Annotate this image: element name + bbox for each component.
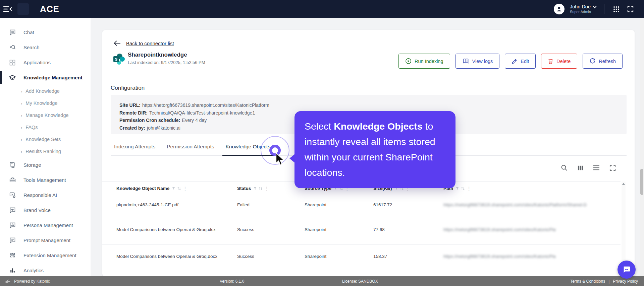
mouse-cursor xyxy=(275,152,286,166)
column-menu-icon[interactable]: ⋮ xyxy=(183,186,187,191)
app-title: ACE xyxy=(40,4,59,14)
filter-sort-icons[interactable]: ⋮ xyxy=(455,186,471,191)
table-search-icon[interactable] xyxy=(560,164,568,171)
refresh-label: Refresh xyxy=(599,59,616,64)
tour-tooltip: Select Knowledge Objects to instantly re… xyxy=(294,111,455,188)
grid-dots-icon xyxy=(613,6,620,12)
sidebar-item-chat[interactable]: Chat xyxy=(0,25,91,40)
config-value: Every 4 day xyxy=(182,118,207,123)
tab-indexing-attempts[interactable]: Indexing Attempts xyxy=(111,141,159,155)
chevron-right-icon: › xyxy=(21,137,22,142)
chat-bubble-icon xyxy=(622,265,631,274)
sidebar-item-label: Prompt Management xyxy=(23,237,70,243)
apps-grid-button[interactable] xyxy=(612,5,621,13)
sidebar-item-label: Tools Management xyxy=(23,177,66,183)
sidebar-item-label: Responsible AI xyxy=(23,192,57,198)
sidebar-subitem-add-knowledge[interactable]: › Add Knowledge xyxy=(0,85,91,97)
graduation-cap-icon xyxy=(9,74,16,81)
column-header-path[interactable]: Path ⋮ xyxy=(443,186,621,191)
license-text: License: SANDBOX xyxy=(342,279,378,284)
tooltip-arrow xyxy=(289,154,295,163)
sidebar-subitem-label: Manage Knowledge xyxy=(25,113,68,118)
table-fullscreen-icon[interactable] xyxy=(609,164,616,171)
cell-knowledge-object-name: Model Comparisons between Openai & Groq.… xyxy=(116,253,237,260)
topbar-divider xyxy=(35,4,35,14)
brand-logo xyxy=(17,3,29,15)
edit-button[interactable]: Edit xyxy=(505,54,536,69)
sidebar-item-storage[interactable]: Storage xyxy=(0,157,91,172)
filter-funnel-icon xyxy=(455,187,459,190)
cell-size-kb: 61617.72 xyxy=(373,202,443,207)
sidebar-item-persona-management[interactable]: Persona Management xyxy=(0,218,91,233)
run-indexing-button[interactable]: Run Indexing xyxy=(398,54,450,69)
column-label: Knowledge Object Name xyxy=(116,186,169,191)
filter-sort-icons[interactable]: ⋮ xyxy=(172,186,187,191)
filter-sort-icons[interactable]: ⋮ xyxy=(253,186,269,191)
scroll-up-arrow-icon[interactable] xyxy=(622,183,625,185)
sidebar-item-tools-management[interactable]: Tools Management xyxy=(0,172,91,188)
cell-status: Success xyxy=(237,254,305,259)
last-indexed-text: Last indexed on: 9/17/2025, 1:52:56 PM xyxy=(128,60,205,65)
terms-link[interactable]: Terms & Conditions xyxy=(570,279,605,284)
tab-permission-attempts[interactable]: Permission Attempts xyxy=(163,141,217,155)
fullscreen-button[interactable] xyxy=(626,5,635,13)
config-value: Technical/QA/QA-files/Test-sharepoint-kn… xyxy=(149,110,255,116)
sidebar-item-brand-voice[interactable]: Brand Voice xyxy=(0,203,91,218)
topbar-divider xyxy=(604,4,604,14)
applications-grid-icon xyxy=(9,59,16,66)
table-row[interactable]: Model Comparisons between Openai & Groq.… xyxy=(102,214,621,245)
cell-source-type: Sharepoint xyxy=(305,227,373,232)
chat-launcher-button[interactable] xyxy=(618,261,636,279)
sidebar-item-search[interactable]: Search xyxy=(0,40,91,55)
window-scrollbar[interactable] xyxy=(640,18,644,276)
sidebar-subitem-results-ranking[interactable]: › Results Ranking xyxy=(0,145,91,157)
sidebar-item-applications[interactable]: Applications xyxy=(0,55,91,70)
action-buttons: Run Indexing View logs Edit Delete Refre… xyxy=(398,54,623,69)
filter-funnel-icon xyxy=(253,187,257,190)
chevron-down-icon[interactable] xyxy=(593,6,597,8)
sidebar-item-label: Search xyxy=(23,45,40,50)
table-columns-icon[interactable] xyxy=(577,164,584,171)
column-header-status[interactable]: Status ⋮ xyxy=(237,186,305,191)
user-name[interactable]: John Doe xyxy=(570,4,591,10)
sidebar-item-analytics[interactable]: Analytics xyxy=(0,263,91,276)
column-label: Status xyxy=(237,186,251,191)
table-density-icon[interactable] xyxy=(593,164,600,171)
search-list-icon xyxy=(9,44,16,51)
sidebar-subitem-my-knowledge[interactable]: › My Knowledge xyxy=(0,97,91,109)
sidebar-subitem-label: My Knowledge xyxy=(25,100,57,106)
sidebar-subitem-faqs[interactable]: › FAQs xyxy=(0,121,91,133)
sort-icon xyxy=(259,187,263,191)
sidebar-collapse-button[interactable] xyxy=(0,0,15,18)
sidebar-nav: Chat Search Applications Knowledge Manag… xyxy=(0,18,91,276)
config-value: john@katonic.ai xyxy=(147,125,180,131)
privacy-link[interactable]: Privacy Policy xyxy=(613,279,638,284)
sidebar-item-extension-management[interactable]: Extension Management xyxy=(0,248,91,263)
table-row[interactable]: Model Comparisons between Openai & Groq.… xyxy=(102,245,621,268)
back-to-connector-list[interactable]: Back to connector list xyxy=(113,40,174,46)
storage-icon xyxy=(9,161,16,169)
puzzle-icon xyxy=(9,252,16,259)
column-menu-icon[interactable]: ⋮ xyxy=(467,186,471,191)
refresh-button[interactable]: Refresh xyxy=(583,54,623,69)
sidebar-subitem-label: FAQs xyxy=(25,125,38,130)
delete-button[interactable]: Delete xyxy=(541,54,577,69)
sidebar-item-knowledge-management[interactable]: Knowledge Management xyxy=(0,70,91,85)
column-menu-icon[interactable]: ⋮ xyxy=(264,186,269,191)
filter-funnel-icon xyxy=(172,187,175,190)
view-logs-button[interactable]: View logs xyxy=(455,54,500,69)
sidebar-item-responsible-ai[interactable]: Responsible AI xyxy=(0,188,91,203)
sidebar-subitem-knowledge-sets[interactable]: › Knowledge Sets xyxy=(0,133,91,145)
user-role: Super Admin xyxy=(570,10,597,14)
chat-icon xyxy=(9,29,16,36)
chevron-right-icon: › xyxy=(21,125,22,130)
scrollbar-thumb[interactable] xyxy=(640,169,643,195)
column-header-name[interactable]: Knowledge Object Name ⋮ xyxy=(116,186,237,191)
sidebar-subitem-manage-knowledge[interactable]: › Manage Knowledge xyxy=(0,109,91,121)
edit-label: Edit xyxy=(521,59,529,64)
trash-icon xyxy=(548,58,553,64)
sidebar-item-prompt-management[interactable]: Prompt Management xyxy=(0,233,91,248)
back-link-label[interactable]: Back to connector list xyxy=(126,41,174,46)
table-row[interactable]: pkpadmin,+463-2445-1-CE.pdf Failed Share… xyxy=(102,195,621,214)
user-avatar[interactable] xyxy=(554,4,565,14)
